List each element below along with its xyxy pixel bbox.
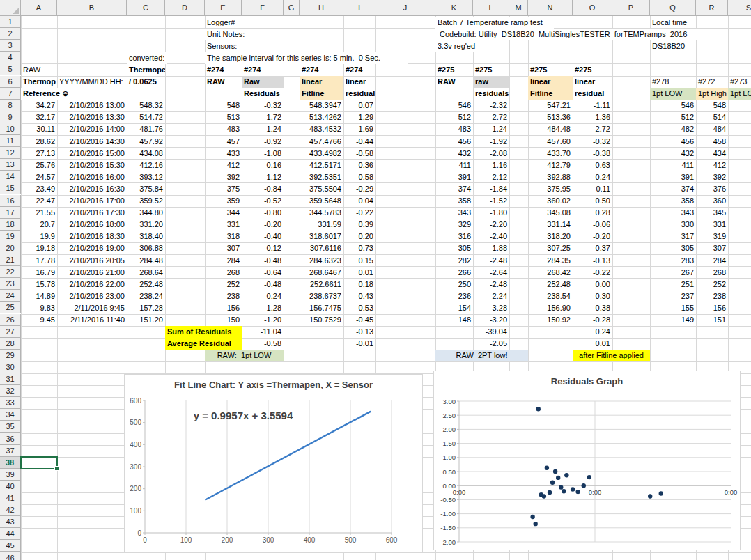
- cell-N24[interactable]: 238.54: [528, 290, 573, 302]
- cell-R18[interactable]: 331: [696, 219, 728, 231]
- cell-O9[interactable]: -1.36: [573, 111, 612, 123]
- cell-H8[interactable]: 548.3947: [300, 100, 343, 111]
- cell-R7[interactable]: 1pt High: [696, 88, 728, 100]
- cell-C21[interactable]: 284.48: [127, 255, 165, 267]
- cell-B20[interactable]: 2/10/2016 19:00: [57, 242, 127, 254]
- row-header-45[interactable]: 45: [0, 540, 21, 552]
- cell-C13[interactable]: 412.16: [127, 160, 165, 171]
- cell-Q20[interactable]: 305: [650, 242, 696, 254]
- cell-N23[interactable]: 252.48: [528, 279, 573, 290]
- cell-R24[interactable]: 238: [696, 290, 728, 302]
- cell-A20[interactable]: 19.18: [21, 242, 57, 254]
- row-header-42[interactable]: 42: [0, 504, 21, 516]
- cell-A5[interactable]: RAW: [21, 64, 57, 76]
- cell-E22[interactable]: 268: [205, 267, 242, 279]
- cell-L22[interactable]: -2.64: [473, 267, 509, 279]
- cell-C9[interactable]: 514.72: [127, 111, 165, 123]
- column-header-F[interactable]: F: [242, 0, 284, 16]
- cell-F5[interactable]: #274: [242, 64, 284, 76]
- cell-L9[interactable]: -2.72: [473, 111, 509, 123]
- cell-L8[interactable]: -2.32: [473, 100, 509, 111]
- cell-C18[interactable]: 331.20: [127, 219, 165, 231]
- row-header-40[interactable]: 40: [0, 481, 21, 492]
- cell-L6[interactable]: raw: [473, 76, 509, 88]
- row-header-12[interactable]: 12: [0, 147, 21, 159]
- cell-A25[interactable]: 9.83: [21, 302, 57, 314]
- cell-K16[interactable]: 358: [435, 195, 473, 207]
- cell-E2[interactable]: Unit Notes:: [205, 29, 248, 40]
- column-header-P[interactable]: P: [612, 0, 650, 16]
- cell-C15[interactable]: 375.84: [127, 183, 165, 195]
- cell-C25[interactable]: 157.28: [127, 302, 165, 314]
- cell-B14[interactable]: 2/10/2016 16:00: [57, 171, 127, 183]
- cell-E4[interactable]: The sample interval for this series is: …: [205, 52, 408, 64]
- cell-R20[interactable]: 307: [696, 242, 728, 254]
- row-header-1[interactable]: 1: [0, 16, 21, 28]
- cell-C8[interactable]: 548.32: [127, 100, 165, 111]
- cell-F6[interactable]: Raw: [242, 76, 284, 88]
- cell-N9[interactable]: 513.36: [528, 111, 573, 123]
- cell-R13[interactable]: 412: [696, 160, 728, 171]
- cell-O13[interactable]: 0.63: [573, 160, 612, 171]
- row-header-33[interactable]: 33: [0, 397, 21, 409]
- cell-O27[interactable]: 0.24: [573, 326, 612, 338]
- cell-H9[interactable]: 513.4262: [300, 111, 343, 123]
- cell-R11[interactable]: 458: [696, 136, 728, 148]
- cell-L7[interactable]: residuals: [473, 88, 509, 100]
- cell-F18[interactable]: -0.20: [242, 219, 284, 231]
- column-header-J[interactable]: J: [376, 0, 435, 16]
- cell-A11[interactable]: 28.62: [21, 136, 57, 148]
- cell-K8[interactable]: 546: [435, 100, 473, 111]
- cell-N17[interactable]: 345.08: [528, 207, 573, 219]
- cell-O11[interactable]: -0.32: [573, 136, 612, 148]
- cell-H12[interactable]: 433.4982: [300, 148, 343, 160]
- cell-K26[interactable]: 148: [435, 314, 473, 326]
- cell-C16[interactable]: 359.52: [127, 195, 165, 207]
- cell-C11[interactable]: 457.92: [127, 136, 165, 148]
- column-header-A[interactable]: A: [21, 0, 57, 16]
- column-header-K[interactable]: K: [435, 0, 473, 16]
- cell-I12[interactable]: -0.58: [343, 148, 376, 160]
- cell-E15[interactable]: 375: [205, 183, 242, 195]
- cell-I13[interactable]: 0.36: [343, 160, 376, 171]
- cell-E24[interactable]: 238: [205, 290, 242, 302]
- row-header-37[interactable]: 37: [0, 445, 21, 457]
- cell-O6[interactable]: linear: [573, 76, 612, 88]
- column-header-L[interactable]: L: [473, 0, 509, 16]
- cell-O28[interactable]: 0.01: [573, 338, 612, 350]
- row-header-23[interactable]: 23: [0, 278, 21, 290]
- cell-N7[interactable]: Fitline: [528, 88, 573, 100]
- column-header-H[interactable]: H: [300, 0, 343, 16]
- cell-L12[interactable]: -2.08: [473, 148, 509, 160]
- cell-N19[interactable]: 318.20: [528, 231, 573, 242]
- cell-I19[interactable]: 0.20: [343, 231, 376, 242]
- cell-Q11[interactable]: 456: [650, 136, 696, 148]
- cell-K6[interactable]: RAW: [435, 76, 473, 88]
- row-header-35[interactable]: 35: [0, 421, 21, 433]
- row-header-2[interactable]: 2: [0, 28, 21, 40]
- cell-N25[interactable]: 156.90: [528, 302, 573, 314]
- cell-R10[interactable]: 484: [696, 123, 728, 135]
- cell-F16[interactable]: -0.52: [242, 195, 284, 207]
- cell-B19[interactable]: 2/10/2016 18:30: [57, 231, 127, 242]
- cell-F22[interactable]: -0.64: [242, 267, 284, 279]
- cell-Q22[interactable]: 267: [650, 267, 696, 279]
- cell-O7[interactable]: residual: [573, 88, 612, 100]
- cell-F17[interactable]: -0.80: [242, 207, 284, 219]
- cell-C26[interactable]: 151.20: [127, 314, 165, 326]
- cell-R16[interactable]: 360: [696, 195, 728, 207]
- cell-Q3[interactable]: DS18B20: [650, 40, 696, 52]
- cell-O5[interactable]: #275: [573, 64, 612, 76]
- row-header-36[interactable]: 36: [0, 433, 21, 445]
- cell-E25[interactable]: 156: [205, 302, 242, 314]
- cell-O20[interactable]: 0.37: [573, 242, 612, 254]
- column-header-S[interactable]: S: [728, 0, 751, 16]
- cell-H17[interactable]: 344.5783: [300, 207, 343, 219]
- cell-F7[interactable]: Residuals: [242, 88, 284, 100]
- cell-L25[interactable]: -3.28: [473, 302, 509, 314]
- cell-H13[interactable]: 412.5171: [300, 160, 343, 171]
- cell-K3[interactable]: 3.3v reg'ed: [435, 40, 479, 52]
- cell-F12[interactable]: -1.08: [242, 148, 284, 160]
- row-header-44[interactable]: 44: [0, 528, 21, 540]
- cell-F15[interactable]: -0.84: [242, 183, 284, 195]
